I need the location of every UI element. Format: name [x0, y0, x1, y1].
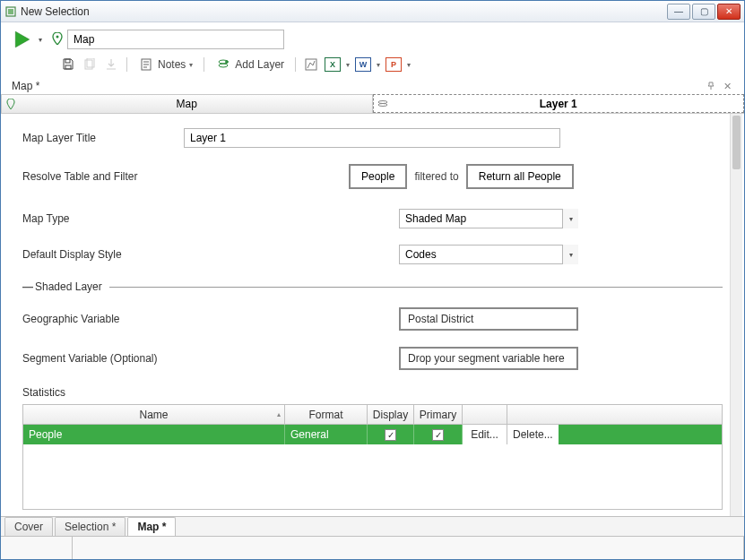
excel-export-icon[interactable]: X — [325, 57, 341, 72]
svg-point-13 — [219, 64, 228, 67]
status-bar — [1, 536, 744, 559]
label-default-display: Default Display Style — [22, 248, 399, 261]
primary-checkbox[interactable]: ✓ — [432, 429, 444, 441]
window-buttons: — ▢ ✕ — [667, 4, 741, 20]
status-cell-1 — [1, 537, 73, 559]
select-default-display[interactable]: Codes ▾ — [399, 245, 578, 264]
filtered-to-text: filtered to — [414, 170, 458, 183]
run-dropdown-caret[interactable]: ▾ — [39, 36, 48, 44]
save-icon[interactable] — [60, 56, 76, 73]
excel-caret[interactable]: ▾ — [346, 61, 350, 69]
maximize-button[interactable]: ▢ — [692, 4, 715, 20]
svg-point-18 — [378, 103, 387, 106]
copy-icon — [82, 56, 98, 73]
toolbar-area: ▾ Notes ▾ — [1, 22, 744, 78]
main-content: Map Layer Title Resolve Table and Filter… — [1, 114, 744, 516]
notes-icon — [138, 56, 154, 73]
collapse-toggle-icon[interactable]: — — [22, 280, 35, 293]
notes-button[interactable]: Notes ▾ — [134, 55, 196, 74]
label-resolve: Resolve Table and Filter — [22, 170, 345, 183]
tab-cover[interactable]: Cover — [4, 517, 53, 536]
separator — [295, 57, 296, 72]
svg-rect-1 — [8, 9, 13, 14]
section-shaded-layer: — Shaded Layer — [22, 280, 723, 293]
name-input[interactable] — [67, 30, 284, 49]
statistics-grid: Name ▴ Format Display Primary People Gen… — [22, 404, 723, 510]
grid-row[interactable]: People General ✓ ✓ Edit... Delete... — [23, 425, 722, 444]
layer-tabs: Map Layer 1 — [1, 94, 744, 114]
notes-caret: ▾ — [189, 61, 193, 69]
label-map-type: Map Type — [22, 212, 399, 225]
col-header-delete — [507, 405, 552, 424]
row-map-layer-title: Map Layer Title — [22, 128, 723, 148]
pin-icon — [51, 32, 64, 47]
add-layer-label: Add Layer — [235, 58, 284, 71]
add-layer-button[interactable]: Add Layer — [212, 55, 288, 74]
edit-button[interactable]: Edit... — [463, 425, 507, 444]
label-map-layer-title: Map Layer Title — [22, 132, 184, 144]
row-geo-variable: Geographic Variable Postal District — [22, 307, 723, 331]
display-checkbox[interactable]: ✓ — [385, 429, 396, 441]
col-header-primary[interactable]: Primary — [414, 405, 463, 424]
section-divider — [109, 287, 723, 288]
delete-button[interactable]: Delete... — [507, 425, 559, 444]
seg-variable-dropzone[interactable]: Drop your segment variable here — [399, 347, 578, 370]
status-cell-2 — [73, 537, 744, 559]
close-panel-icon[interactable]: ✕ — [721, 80, 733, 92]
tab-layer-1[interactable]: Layer 1 — [373, 94, 745, 113]
separator — [126, 57, 127, 72]
add-layer-icon — [215, 56, 231, 73]
tab-selection[interactable]: Selection * — [55, 517, 126, 536]
resolve-filter-chip[interactable]: Return all People — [466, 164, 574, 189]
input-map-layer-title[interactable] — [184, 128, 560, 148]
grid-header: Name ▴ Format Display Primary — [23, 405, 722, 425]
map-pin-icon — [5, 99, 16, 109]
svg-rect-16 — [306, 59, 316, 70]
tab-layer-label: Layer 1 — [540, 98, 577, 110]
select-map-type-value: Shaded Map — [399, 209, 578, 228]
layer-icon — [377, 99, 388, 109]
row-map-type: Map Type Shaded Map ▾ — [22, 209, 723, 228]
scrollbar-thumb[interactable] — [732, 116, 741, 169]
powerpoint-export-icon[interactable]: P — [385, 57, 402, 72]
geo-variable-dropzone[interactable]: Postal District — [399, 307, 578, 331]
row-seg-variable: Segment Variable (Optional) Drop your se… — [22, 347, 723, 370]
cell-format: General — [285, 425, 368, 444]
toolbar-row-1: ▾ — [10, 28, 735, 51]
window-title: New Selection — [21, 5, 667, 18]
tab-map-bottom[interactable]: Map * — [127, 517, 176, 536]
row-resolve: Resolve Table and Filter People filtered… — [22, 164, 723, 189]
minimize-button[interactable]: — — [667, 4, 690, 20]
col-header-name[interactable]: Name ▴ — [23, 405, 285, 424]
chevron-down-icon: ▾ — [562, 209, 578, 228]
cell-display: ✓ — [368, 425, 414, 444]
document-title: Map * — [12, 80, 39, 92]
app-icon — [4, 5, 17, 18]
svg-point-3 — [56, 35, 59, 38]
faststats-export-icon[interactable] — [303, 56, 319, 73]
svg-rect-5 — [65, 65, 71, 69]
close-button[interactable]: ✕ — [717, 4, 741, 20]
run-button[interactable] — [10, 28, 35, 51]
select-map-type[interactable]: Shaded Map ▾ — [399, 209, 578, 228]
export-icon — [103, 56, 119, 73]
powerpoint-caret[interactable]: ▾ — [407, 61, 411, 69]
label-geo-variable: Geographic Variable — [22, 313, 399, 325]
pin-panel-icon[interactable] — [705, 80, 717, 92]
scrollbar[interactable] — [730, 114, 742, 516]
separator — [204, 57, 204, 72]
col-header-format[interactable]: Format — [285, 405, 368, 424]
resolve-table-chip[interactable]: People — [349, 164, 407, 189]
select-default-display-value: Codes — [399, 245, 578, 264]
word-export-icon[interactable]: W — [355, 57, 371, 72]
word-caret[interactable]: ▾ — [377, 61, 380, 69]
sort-asc-icon: ▴ — [277, 410, 281, 418]
toolbar-row-2: Notes ▾ Add Layer X ▾ W ▾ P ▾ — [10, 55, 735, 74]
cell-primary: ✓ — [414, 425, 463, 444]
app-window: New Selection — ▢ ✕ ▾ — [0, 0, 745, 560]
cell-name: People — [23, 425, 285, 444]
tab-map[interactable]: Map — [1, 94, 373, 113]
col-header-display[interactable]: Display — [368, 405, 414, 424]
document-title-bar: Map * ✕ — [1, 78, 744, 94]
bottom-tabs: Cover Selection * Map * — [1, 516, 744, 536]
